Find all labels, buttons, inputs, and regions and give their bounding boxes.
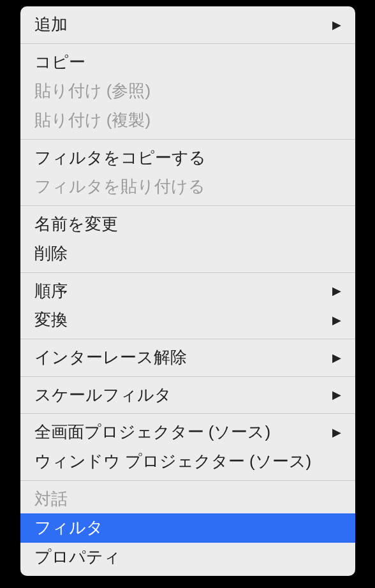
menu-item-label: 貼り付け (複製) — [34, 108, 341, 133]
menu-item-label: フィルタ — [34, 516, 341, 540]
menu-separator — [20, 43, 355, 44]
menu-item-label: 全画面プロジェクター (ソース) — [34, 420, 327, 445]
menu-item-window-projector[interactable]: ウィンドウ プロジェクター (ソース) — [20, 447, 355, 476]
menu-item-copy-filter[interactable]: フィルタをコピーする — [20, 143, 355, 173]
chevron-right-icon: ▶ — [332, 17, 341, 33]
menu-item-label: 順序 — [34, 279, 327, 304]
menu-item-deinterlace[interactable]: インターレース解除 ▶ — [20, 343, 355, 372]
menu-item-filters[interactable]: フィルタ — [20, 513, 355, 543]
menu-item-label: フィルタを貼り付ける — [34, 175, 341, 199]
chevron-right-icon: ▶ — [332, 386, 341, 403]
menu-item-label: インターレース解除 — [34, 346, 327, 370]
menu-item-label: 追加 — [34, 13, 327, 37]
menu-item-order[interactable]: 順序 ▶ — [20, 277, 355, 306]
menu-item-transform[interactable]: 変換 ▶ — [20, 305, 355, 335]
menu-item-paste-filter: フィルタを貼り付ける — [20, 172, 355, 202]
context-menu: 追加 ▶ コピー 貼り付け (参照) 貼り付け (複製) フィルタをコピーする … — [20, 6, 355, 576]
menu-separator — [20, 205, 355, 206]
menu-item-label: スケールフィルタ — [34, 383, 327, 408]
menu-item-label: 貼り付け (参照) — [34, 79, 341, 103]
menu-item-rename[interactable]: 名前を変更 — [20, 210, 355, 239]
chevron-right-icon: ▶ — [332, 349, 341, 366]
menu-item-label: 対話 — [34, 487, 341, 511]
chevron-right-icon: ▶ — [332, 312, 341, 328]
menu-item-label: 変換 — [34, 308, 327, 332]
menu-separator — [20, 339, 355, 339]
chevron-right-icon: ▶ — [332, 424, 341, 441]
menu-item-add[interactable]: 追加 ▶ — [20, 10, 355, 40]
menu-item-label: フィルタをコピーする — [34, 146, 341, 170]
menu-item-interact: 対話 — [20, 485, 355, 514]
menu-item-properties[interactable]: プロパティ — [20, 543, 355, 572]
menu-item-label: 削除 — [34, 242, 341, 266]
menu-item-paste-duplicate: 貼り付け (複製) — [20, 106, 355, 135]
menu-item-label: 名前を変更 — [34, 212, 341, 237]
menu-item-paste-reference: 貼り付け (参照) — [20, 77, 355, 106]
menu-separator — [20, 413, 355, 414]
menu-separator — [20, 480, 355, 481]
menu-separator — [20, 272, 355, 273]
chevron-right-icon: ▶ — [332, 283, 341, 299]
menu-item-scale-filter[interactable]: スケールフィルタ ▶ — [20, 381, 355, 410]
menu-item-copy[interactable]: コピー — [20, 48, 355, 77]
menu-item-label: ウィンドウ プロジェクター (ソース) — [34, 450, 341, 474]
menu-item-label: コピー — [34, 50, 341, 75]
menu-item-fullscreen-projector[interactable]: 全画面プロジェクター (ソース) ▶ — [20, 418, 355, 447]
menu-item-delete[interactable]: 削除 — [20, 239, 355, 268]
menu-item-label: プロパティ — [34, 545, 341, 570]
menu-separator — [20, 139, 355, 140]
menu-separator — [20, 376, 355, 377]
